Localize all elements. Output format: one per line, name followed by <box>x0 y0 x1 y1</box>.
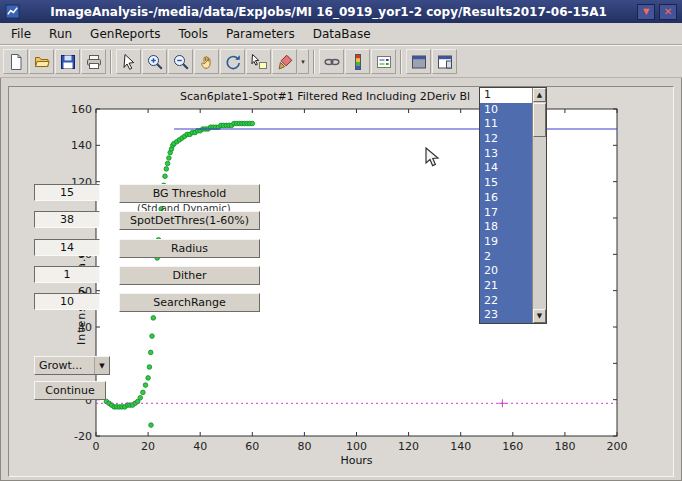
list-item[interactable]: 16 <box>480 191 532 206</box>
print-figure-button[interactable] <box>81 49 106 74</box>
outlier-point-point <box>149 423 154 428</box>
brush-data-icon <box>276 53 294 71</box>
growth-curve-point <box>165 161 170 166</box>
x-tick-label: 80 <box>297 440 311 453</box>
menu-genreports[interactable]: GenReports <box>81 24 169 44</box>
pan-button[interactable] <box>194 49 219 74</box>
x-tick-label: 60 <box>245 440 259 453</box>
data-cursor-button[interactable] <box>246 49 271 74</box>
link-plot-button[interactable] <box>319 49 344 74</box>
zoom-in-icon <box>146 53 164 71</box>
rotate-3d-button[interactable] <box>220 49 245 74</box>
listbox-scrollbar[interactable]: ▲ ▼ <box>532 88 546 323</box>
list-item[interactable]: 19 <box>480 235 532 250</box>
list-item[interactable]: 20 <box>480 264 532 279</box>
growth-curve-point <box>167 156 172 161</box>
x-tick-label: 20 <box>141 440 155 453</box>
list-item[interactable]: 22 <box>480 294 532 309</box>
insert-colorbar-icon <box>349 53 367 71</box>
list-item[interactable]: 23 <box>480 308 532 323</box>
hide-plot-tools-button[interactable] <box>406 49 431 74</box>
x-tick-label: 0 <box>93 440 100 453</box>
spot-det-thres-button[interactable]: SpotDetThres(1-60%) <box>119 211 260 230</box>
growth-dropdown-label: Growt... <box>35 359 94 372</box>
titlebar: ImageAnalysis-/media/data/ExpJobs/MI 16_… <box>0 0 682 23</box>
menu-database[interactable]: DataBase <box>304 24 380 44</box>
figure-area: 020406080100120140160180200-200204060801… <box>0 78 682 481</box>
list-item[interactable]: 17 <box>480 206 532 221</box>
list-item[interactable]: 21 <box>480 279 532 294</box>
brush-data-button[interactable] <box>272 49 297 74</box>
y-tick-label: 140 <box>71 139 92 152</box>
growth-curve-point <box>141 390 146 395</box>
menu-parameters[interactable]: Parameters <box>217 24 304 44</box>
data-cursor-icon <box>250 53 268 71</box>
growth-dropdown[interactable]: Growt... ▼ <box>34 356 110 375</box>
figure-panel: 020406080100120140160180200-200204060801… <box>8 86 674 477</box>
show-plot-tools-icon <box>436 53 454 71</box>
insert-legend-button[interactable] <box>371 49 396 74</box>
search-range-input[interactable] <box>34 293 100 310</box>
hide-plot-tools-icon <box>410 53 428 71</box>
minimize-button[interactable]: ▼ <box>637 4 655 20</box>
scroll-down-button[interactable]: ▼ <box>533 309 546 323</box>
radius-input[interactable] <box>34 239 100 256</box>
spot-det-thres-input[interactable] <box>34 211 100 228</box>
growth-curve-point <box>138 396 143 401</box>
growth-curve-point <box>151 316 156 321</box>
growth-curve-point <box>147 365 152 370</box>
list-item[interactable]: 15 <box>480 176 532 191</box>
list-item[interactable]: 12 <box>480 132 532 147</box>
print-figure-icon <box>85 53 103 71</box>
list-item[interactable]: 18 <box>480 220 532 235</box>
list-item[interactable]: 2 <box>480 250 532 265</box>
open-file-button[interactable] <box>29 49 54 74</box>
menu-file[interactable]: File <box>2 24 40 44</box>
search-range-button[interactable]: SearchRange <box>119 293 260 312</box>
list-item[interactable]: 1 <box>480 88 532 103</box>
x-tick-label: 40 <box>193 440 207 453</box>
list-item[interactable]: 14 <box>480 161 532 176</box>
scroll-up-button[interactable]: ▲ <box>533 88 546 102</box>
x-tick-label: 180 <box>554 440 575 453</box>
x-tick-label: 200 <box>607 440 628 453</box>
bg-threshold-input[interactable] <box>34 184 100 201</box>
insert-colorbar-button[interactable] <box>345 49 370 74</box>
scroll-thumb[interactable] <box>533 103 546 137</box>
spot-listbox: 110111213141516171819220212223 ▲ ▼ <box>479 87 547 324</box>
continue-button[interactable]: Continue <box>34 381 106 400</box>
list-item[interactable]: 10 <box>480 103 532 118</box>
plot-canvas[interactable]: 020406080100120140160180200-200204060801… <box>9 87 675 478</box>
growth-curve-point <box>250 121 255 126</box>
show-plot-tools-button[interactable] <box>432 49 457 74</box>
brush-dropdown-caret[interactable]: ▾ <box>298 49 309 74</box>
close-button[interactable]: ✕ <box>659 4 677 20</box>
radius-button[interactable]: Radius <box>119 239 260 258</box>
list-item[interactable]: 13 <box>480 147 532 162</box>
toolbar-separator <box>110 50 112 74</box>
new-figure-button[interactable] <box>3 49 28 74</box>
dither-input[interactable] <box>34 266 100 283</box>
zoom-out-button[interactable] <box>168 49 193 74</box>
bg-threshold-button[interactable]: BG Threshold <box>119 184 260 203</box>
link-plot-icon <box>323 53 341 71</box>
growth-curve-point <box>146 376 151 381</box>
x-tick-label: 140 <box>450 440 471 453</box>
growth-curve-point <box>148 350 153 355</box>
chevron-down-icon[interactable]: ▼ <box>94 357 109 374</box>
plot-title: Scan6plate1-Spot#1 Filtered Red Includin… <box>180 90 470 103</box>
zoom-in-button[interactable] <box>142 49 167 74</box>
save-figure-icon <box>59 53 77 71</box>
list-item[interactable]: 11 <box>480 117 532 132</box>
save-figure-button[interactable] <box>55 49 80 74</box>
new-figure-icon <box>7 53 25 71</box>
menu-run[interactable]: Run <box>40 24 81 44</box>
y-tick-label: -20 <box>74 430 92 443</box>
edit-plot-button[interactable] <box>116 49 141 74</box>
dither-button[interactable]: Dither <box>119 266 260 285</box>
growth-curve-point <box>150 334 155 339</box>
toolbar-separator <box>400 50 402 74</box>
x-tick-label: 160 <box>502 440 523 453</box>
menu-tools[interactable]: Tools <box>169 24 217 44</box>
x-tick-label: 100 <box>346 440 367 453</box>
